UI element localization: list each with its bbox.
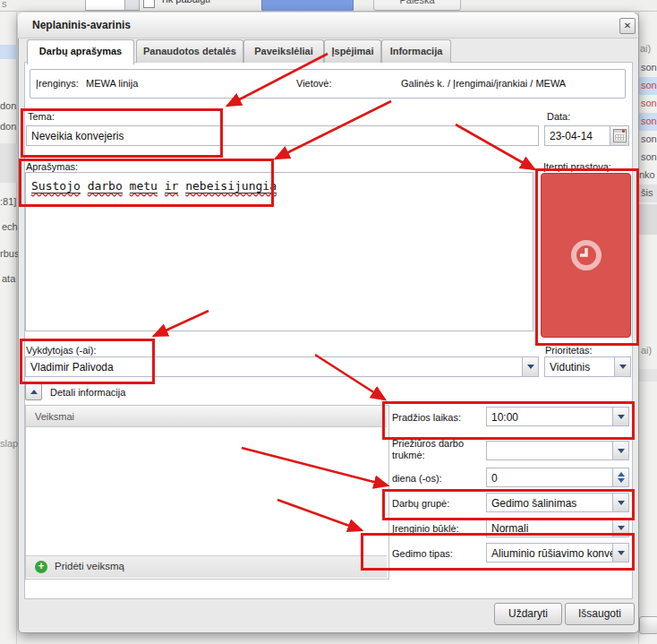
background-text-fragment: s <box>2 0 7 9</box>
detali-informacija-label: Detali informacija <box>50 387 125 398</box>
vykdytojas-label: Vykdytojas (-ai): <box>26 345 96 356</box>
vykdytojas-value: Vladimir Palivoda <box>30 361 520 374</box>
prioritetas-label: Prioritetas: <box>545 345 593 356</box>
background-text-fragment: son <box>641 62 657 73</box>
background-row-band <box>637 369 657 382</box>
aprasymas-textarea[interactable]: Sustojo darbo metu ir nebeisijungia <box>25 172 533 331</box>
background-text-fragment: nko <box>639 169 655 180</box>
prieziuros-trukme-combo[interactable] <box>486 441 629 460</box>
aprasymas-label: Aprašymas: <box>26 161 78 172</box>
date-input-value: 23-04-14 <box>550 130 593 142</box>
irenginio-bukle-combo[interactable]: Normali <box>486 518 629 537</box>
prioritetas-value: Vidutinis <box>550 361 612 374</box>
darbu-grupe-combo[interactable]: Gedimo šalinimas <box>486 493 629 512</box>
prieziuros-trukme-label: Priežiūros darbo trukmė: <box>392 438 482 461</box>
diena-label: diena (-os): <box>392 473 482 484</box>
tab-paveiksleliai[interactable]: Paveikslėliai <box>243 39 324 63</box>
prioritetas-combo[interactable]: Vidutinis <box>544 356 631 377</box>
data-label: Data: <box>547 111 570 122</box>
background-row-band <box>637 204 657 235</box>
background-selected-row <box>0 45 17 59</box>
pradzios-laikas-label: Pradžios laikas: <box>392 412 482 423</box>
chevron-down-icon[interactable] <box>522 357 538 376</box>
background-text-fragment: son <box>641 80 657 90</box>
date-input[interactable]: 23-04-14 <box>544 125 610 146</box>
background-text-fragment: ata <box>2 273 15 284</box>
background-toolbar: s Tik pabaigti Paieška <box>0 0 657 12</box>
background-text-fragment: rbus <box>0 248 19 259</box>
background-text-fragment: son <box>641 133 657 144</box>
plus-icon: + <box>35 561 47 573</box>
background-checkbox-label: Tik pabaigti <box>160 0 210 4</box>
background-text-fragment: ech <box>2 221 18 232</box>
save-button[interactable]: Išsaugoti <box>565 603 635 625</box>
location-label: Vietovė: <box>296 78 332 89</box>
background-text-fragment: ai) <box>641 345 652 356</box>
diena-value: 0 <box>491 472 610 485</box>
chevron-up-icon <box>30 390 38 394</box>
aprasymas-text: Sustojo darbo metu ir nebeisijungia <box>31 179 277 193</box>
add-action-label: Pridėti veiksmą <box>55 561 124 571</box>
background-text-fragment: :81] <box>0 196 16 207</box>
location-value: Galinės k. / Įrengimai/įrankiai / MEWA <box>401 78 566 89</box>
collapse-toggle-button[interactable] <box>25 383 42 400</box>
background-button-fragment <box>639 616 657 634</box>
background-text-fragment: don <box>0 121 16 132</box>
date-picker-button[interactable] <box>610 125 629 146</box>
spinner-up-icon[interactable] <box>618 472 625 477</box>
background-combo-trigger[interactable] <box>124 0 140 11</box>
background-combo-field[interactable] <box>85 0 126 11</box>
chevron-down-icon[interactable] <box>614 357 630 376</box>
irenginio-bukle-label: Įrenginio būklė: <box>392 523 482 534</box>
close-button[interactable]: Uždaryti <box>494 603 562 625</box>
chevron-down-icon[interactable] <box>612 442 628 459</box>
background-text-fragment: ai) <box>640 43 651 54</box>
tema-label: Tema: <box>28 111 55 122</box>
veiksmai-panel <box>25 405 389 580</box>
spinner-down-icon[interactable] <box>618 478 625 483</box>
calendar-icon <box>613 129 627 142</box>
tab-ispejimai[interactable]: Įspėjimai <box>324 39 381 63</box>
background-checkbox[interactable] <box>143 0 155 8</box>
veiksmai-panel-header: Veiksmai <box>26 406 387 427</box>
background-text-fragment: son <box>641 151 657 162</box>
chevron-down-icon[interactable] <box>612 519 628 537</box>
chevron-down-icon[interactable] <box>612 494 628 511</box>
background-text-fragment: don <box>0 100 16 111</box>
tema-input-value: Neveikia konvejeris <box>31 130 124 142</box>
gedimo-tipas-label: Gedimo tipas: <box>392 548 482 559</box>
darbu-grupe-value: Gedimo šalinimas <box>491 497 610 510</box>
close-icon[interactable]: ✕ <box>619 18 636 34</box>
clock-icon <box>566 235 607 276</box>
darbu-grupe-label: Darbų grupė: <box>392 498 482 509</box>
pradzios-laikas-combo[interactable]: 10:00 <box>486 407 629 426</box>
pradzios-laikas-value: 10:00 <box>491 411 610 424</box>
gedimo-tipas-combo[interactable]: Aliuminio rūšiavimo konveje <box>486 543 629 562</box>
chevron-down-icon[interactable] <box>612 544 628 562</box>
background-text-fragment: son <box>641 116 657 126</box>
background-active-filter-button[interactable] <box>261 0 354 12</box>
dialog-title: Neplaninis-avarinis <box>32 19 131 31</box>
device-label: Įrenginys: <box>36 78 79 89</box>
tab-panaudotos-detales[interactable]: Panaudotos detalės <box>136 39 243 63</box>
insert-downtime-button[interactable] <box>541 173 631 338</box>
vykdytojas-combo[interactable]: Vladimir Palivoda <box>25 356 539 377</box>
prastova-label: Įterpti prastovą: <box>543 161 611 172</box>
irenginio-bukle-value: Normali <box>491 522 610 535</box>
diena-spinner[interactable]: 0 <box>486 468 629 487</box>
tab-informacija[interactable]: Informacija <box>381 39 451 63</box>
background-text-fragment: son <box>641 98 657 108</box>
background-text-fragment: šis <box>641 187 653 198</box>
device-value: MEWA linija <box>86 78 138 89</box>
tab-darbu-aprasymas[interactable]: Darbų aprašymas <box>27 39 134 64</box>
chevron-down-icon[interactable] <box>612 408 628 425</box>
spinner-buttons[interactable] <box>612 468 628 486</box>
background-search-button[interactable]: Paieška <box>373 0 461 11</box>
background-row-band <box>0 143 17 183</box>
gedimo-tipas-value: Aliuminio rūšiavimo konveje <box>491 547 612 560</box>
add-action-row[interactable]: + Pridėti veiksmą <box>26 555 387 578</box>
tema-input[interactable]: Neveikia konvejeris <box>26 125 539 146</box>
